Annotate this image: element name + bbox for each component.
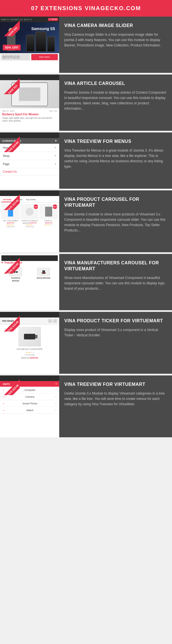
treevm-label-computer: Computer (24, 389, 36, 391)
preview-manufacturers: SAVE $10.99 ♥ Popular Brand 🕶️ FASHION B… (0, 254, 59, 310)
ext-title-manufacturers: VINA MANUFACTURERS CAROUSEL FOR VIRTUEMA… (64, 260, 167, 272)
ticker-old-price: $222.00 (21, 357, 29, 359)
slider-bottom: HEADPHONE COLORSAVE UP TO 45% OFF IPOD T… (0, 53, 59, 61)
save-ribbon-4: SAVE $15.99 (0, 190, 20, 210)
extension-ticker: SAVE $15.99 Hot Deals − › OCCAECAT CUPID… (0, 312, 172, 374)
review-count-1: 1 Review(s) (1, 226, 20, 228)
hamburger-icon: ≡ (56, 382, 57, 385)
ext-info-article: VINA ARTICLE CAROUSEL Powerful Joomla 3 … (59, 75, 172, 131)
product-box (45, 207, 52, 217)
save-ribbon-2: SAVE $15 (0, 75, 20, 94)
save-off-text: 50% OFF (3, 45, 21, 50)
extension-treeview-vm: SAVE $15.99 .egory ≡ − Computer › − Came… (0, 375, 172, 437)
ticker-review: 1 Review(s) (25, 354, 35, 356)
cart-icon: 🛒 $0.00 (48, 18, 58, 21)
star-iv: ★ (50, 224, 51, 226)
save-badge-2: SAVE $15 (2, 78, 20, 94)
product-card-2: SALE! TTREATS & SWEETS $130.00 $160.55 ★… (21, 204, 39, 228)
treevm-item-smartphone[interactable]: − Smart Phone › (0, 400, 59, 407)
ticker-next-btn[interactable]: › (53, 319, 57, 323)
product-name-3: FADED S... (39, 220, 58, 222)
ext-desc-manufacturers: Show more Manufacturers of Virtuemart Co… (64, 275, 167, 292)
minus-icon-3: − (3, 402, 4, 405)
headphone-strip: HEADPHONE COLORSAVE UP TO 45% OFF (1, 54, 30, 60)
brand-name-1b: BRAND (12, 280, 19, 282)
ts1: ★ (26, 351, 27, 353)
new-price-2: $160.55 (29, 222, 36, 224)
phone-2 (36, 31, 46, 52)
tree-item-page[interactable]: Page + (0, 160, 59, 168)
usb-drive-icon (24, 334, 35, 339)
ts3: ★ (29, 351, 30, 353)
article-content: May 27, 2015 Hits: 129 Burberry Sport Fo… (0, 108, 59, 124)
phones-group (26, 31, 55, 52)
article-hits: Hits: 129 (49, 110, 57, 112)
tree-item-label-page: Page (3, 163, 9, 166)
ext-info-product: VINA PRODUCT CAROUSEL FOR VIRTUEMART Gre… (59, 190, 172, 252)
ticker-product-img (18, 327, 41, 346)
arrow-icon-3: › (56, 402, 56, 405)
star-b: ★ (27, 224, 29, 226)
ext-info-ticker: VINA PRODUCT TICKER FOR VIRTUEMART Displ… (59, 312, 172, 374)
headphone-label: HEADPHONE COLORSAVE UP TO 45% OFF (2, 55, 20, 59)
save-badge-4: SAVE $15.99 (2, 194, 20, 210)
phone-1 (26, 35, 35, 52)
tree-item-contact[interactable]: Contact Us (0, 168, 59, 175)
save-badge-5: SAVE $10.99 (2, 258, 20, 274)
extension-manufacturers: SAVE $10.99 ♥ Popular Brand 🕶️ FASHION B… (0, 254, 172, 310)
star-v: ★ (51, 224, 53, 226)
minus-icon-4: − (3, 409, 4, 412)
article-date: May 27, 2015 (2, 110, 14, 112)
article-text: Integer eget sagittis diam. Sed eget nio… (2, 117, 57, 122)
extension-camera-slider: SAVE $15 PAGE ▼ CONTACT US BLOG ▼ 🛒 $0.0… (0, 17, 172, 73)
save-ribbon-7: SAVE $15.99 (0, 375, 20, 395)
product-price-2: $130.00 $160.55 (21, 222, 39, 224)
extension-treeview-menus: SAVE $10.99 CANVAS MENU ✕ Home + Shop + … (0, 132, 172, 189)
preview-article: SAVE $15 May 27, 2015 Hits: 129 Burberry… (0, 75, 59, 131)
preview-ticker: SAVE $15.99 Hot Deals − › OCCAECAT CUPID… (0, 312, 59, 374)
save-badge-3: SAVE $10.99 (2, 136, 20, 152)
treevm-label-camera: Camera (25, 395, 34, 398)
brand-name-1: FASHION (11, 277, 20, 279)
article-title: Burberry Sport For Women (2, 113, 57, 116)
product-rating-2: ★ ★ ★ ★ ★ (21, 224, 39, 226)
star-c: ★ (29, 224, 30, 226)
treevm-label-smartphone: Smart Phone (23, 402, 38, 405)
product-price-1: $329.00 (1, 222, 20, 224)
save-badge-6: SAVE $15.99 (2, 316, 20, 332)
preview-tree-vm: SAVE $15.99 .egory ≡ − Computer › − Came… (0, 375, 59, 437)
star4: ★ (12, 224, 13, 226)
ext-desc-treevm: Useful Joomla 3.x Module to display Virt… (64, 391, 167, 407)
ext-title-ticker: VINA PRODUCT TICKER FOR VIRTUEMART (64, 318, 167, 324)
tree-item-shop[interactable]: Shop + (0, 152, 59, 160)
arrow-icon-2: › (56, 395, 56, 398)
star5: ★ (13, 224, 15, 226)
ticker-prev-btn[interactable]: − (48, 319, 52, 323)
save-badge-1: SAVE $15 (2, 21, 20, 36)
tree-item-label-contact: Contact Us (3, 170, 17, 173)
plus-icon-shop: + (54, 154, 56, 158)
ticker-nav: − › (48, 319, 57, 323)
ext-title-treevm: VINA TREEVIEW FOR VIRTUEMART (64, 382, 167, 388)
treevm-label-watch: Watch (26, 409, 33, 412)
preview-product: SAVE $15.99 Arrivals OnSale Top Seller G… (0, 190, 59, 252)
product-circle (26, 208, 34, 216)
star-i: ★ (45, 224, 46, 226)
tab-topseller[interactable]: Top Seller (24, 197, 38, 202)
ticker-new-price: $199.65 (30, 357, 38, 359)
save-ribbon-5: SAVE $10.99 (0, 254, 20, 274)
nav-blog: BLOG ▼ (24, 19, 32, 21)
ipod-strip: IPOD TOUCH (31, 54, 58, 60)
star-e: ★ (32, 224, 34, 226)
tree-item-label-shop: Shop (3, 154, 9, 157)
arrow-icon-1: › (56, 388, 56, 391)
save-ribbon-1: SAVE $15 (0, 17, 20, 36)
page-header: 07 EXTENSIONS VINAGECKO.COM (0, 0, 172, 17)
hat-icon: 🎩 (41, 270, 46, 274)
plus-icon-page: + (54, 162, 56, 166)
treevm-item-watch[interactable]: − Watch › (0, 407, 59, 414)
extension-product-carousel: SAVE $15.99 Arrivals OnSale Top Seller G… (0, 190, 172, 252)
product-rating-1: ★ ★ ★ ★ ★ (1, 224, 20, 226)
ext-info-camera: VINA CAMERA IMAGE SLIDER Vina Camera Ima… (59, 17, 172, 73)
sale-badge-3: SALE! (53, 204, 57, 209)
